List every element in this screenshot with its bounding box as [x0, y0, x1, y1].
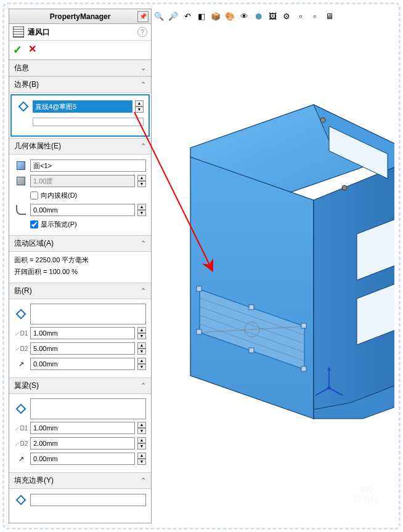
section-flow[interactable]: 流动区域(A) ⌃: [9, 235, 151, 252]
view-orient-icon[interactable]: 📦: [210, 10, 222, 22]
rib-off[interactable]: [30, 358, 135, 370]
feature-header: 通风口 ?: [9, 24, 151, 41]
spinner[interactable]: ▲▼: [137, 342, 146, 355]
rib-select[interactable]: [30, 304, 146, 324]
confirm-row: ✓ ✕: [9, 41, 151, 60]
diamond-icon: [14, 307, 28, 321]
radius-icon: [14, 203, 28, 217]
v3-icon[interactable]: 🖥: [323, 10, 335, 22]
section-boundary[interactable]: 边界(B) ⌃: [9, 76, 151, 93]
svg-point-6: [320, 118, 325, 123]
d1-icon: ⟋D1: [14, 326, 28, 340]
chevron-up-icon: ⌃: [140, 287, 146, 295]
radius-input[interactable]: [30, 204, 135, 216]
prev-view-icon[interactable]: ↶: [181, 10, 193, 22]
flow-open: 开阔面积 = 100.00 %: [14, 266, 146, 278]
fill-select[interactable]: [30, 494, 146, 506]
heads-up-toolbar: 🔍 🔎 ↶ ◧ 📦 🎨 👁 ⬢ 🖼 ⚙ ▫ ▫ 🖥: [153, 9, 335, 23]
panel-scroll[interactable]: 信息 ⌄ 边界(B) ⌃ 直线4@草图5 ▲▼ 几何体属性(E) ⌃: [9, 60, 151, 523]
chevron-up-icon: ⌃: [140, 81, 146, 89]
section-label: 填充边界(Y): [14, 475, 54, 486]
display-style-icon[interactable]: 🎨: [224, 10, 236, 22]
draft-inward-check[interactable]: 向内拔模(D): [30, 190, 146, 201]
watermark: SW 研习社: [344, 474, 388, 517]
diamond-icon: [14, 493, 28, 507]
pushpin-icon[interactable]: 📌: [137, 11, 149, 22]
v2-icon[interactable]: ▫: [309, 10, 321, 22]
svg-marker-2: [190, 157, 314, 419]
apply-scene-icon[interactable]: 🖼: [266, 10, 279, 22]
diamond-icon: [14, 402, 28, 416]
model-svg: [153, 25, 394, 523]
spinner[interactable]: ▲▼: [137, 422, 146, 434]
zoom-area-icon[interactable]: 🔎: [167, 10, 179, 22]
section-label: 边界(B): [14, 79, 39, 90]
section-spar[interactable]: 翼梁(S) ⌃: [9, 377, 151, 394]
view-settings-icon[interactable]: ⚙: [280, 10, 293, 22]
face-input[interactable]: [30, 159, 146, 172]
property-manager-panel: PropertyManager 📌 通风口 ? ✓ ✕ 信息 ⌄ 边界(B) ⌃…: [9, 9, 152, 523]
section-rib[interactable]: 筋(R) ⌃: [9, 283, 151, 299]
vent-icon: [13, 26, 24, 38]
angle-input: [30, 175, 135, 187]
spar-d1[interactable]: [30, 422, 135, 434]
edit-appear-icon[interactable]: ⬢: [252, 10, 264, 22]
svg-rect-17: [197, 286, 202, 291]
chevron-up-icon: ⌃: [140, 240, 146, 248]
svg-rect-21: [249, 305, 254, 310]
chevron-up-icon: ⌃: [140, 142, 146, 150]
graphics-viewport[interactable]: [153, 25, 394, 523]
ok-button[interactable]: ✓: [13, 43, 22, 57]
d2-icon: ⟋D2: [14, 342, 28, 355]
section-label: 信息: [14, 63, 29, 73]
preview-check[interactable]: 显示预览(P): [30, 219, 146, 230]
boundary-selection[interactable]: 直线4@草图5: [33, 100, 132, 113]
panel-title: PropertyManager 📌: [9, 9, 151, 24]
d2-icon: ⟋D2: [14, 437, 28, 450]
draft-icon: [14, 174, 28, 188]
section-label: 流动区域(A): [14, 238, 54, 249]
face-icon: [14, 159, 28, 172]
chevron-down-icon: ⌄: [140, 64, 146, 72]
diamond-icon: [17, 100, 30, 113]
chevron-up-icon: ⌃: [140, 382, 146, 390]
panel-title-text: PropertyManager: [50, 12, 111, 21]
section-label: 翼梁(S): [14, 381, 39, 391]
rib-d1[interactable]: [30, 327, 135, 339]
svg-rect-20: [197, 329, 202, 334]
svg-point-27: [327, 386, 331, 390]
spinner[interactable]: ▲▼: [137, 175, 146, 187]
spar-d2[interactable]: [30, 437, 135, 449]
offset-icon: ↗: [14, 452, 28, 465]
spar-select[interactable]: [30, 398, 146, 419]
svg-rect-19: [301, 366, 306, 371]
section-info[interactable]: 信息 ⌄: [9, 60, 151, 76]
section-label: 几何体属性(E): [14, 141, 61, 151]
zoom-fit-icon[interactable]: 🔍: [153, 10, 165, 22]
spinner[interactable]: ▲▼: [137, 204, 146, 216]
rib-d2[interactable]: [30, 342, 135, 355]
spinner[interactable]: ▲▼: [137, 327, 146, 339]
v1-icon[interactable]: ▫: [295, 10, 307, 22]
offset-icon: ↗: [14, 357, 28, 371]
chevron-up-icon: ⌃: [140, 477, 146, 485]
section-view-icon[interactable]: ◧: [195, 10, 208, 22]
svg-point-7: [342, 185, 347, 190]
svg-rect-22: [249, 348, 254, 353]
spar-off[interactable]: [30, 453, 135, 465]
spinner[interactable]: ▲▼: [137, 437, 146, 449]
spinner[interactable]: ▲▼: [137, 358, 146, 370]
spinner[interactable]: ▲▼: [137, 453, 146, 465]
feature-name: 通风口: [28, 27, 50, 38]
help-icon[interactable]: ?: [137, 27, 147, 37]
section-geometry[interactable]: 几何体属性(E) ⌃: [9, 138, 151, 155]
d1-icon: ⟋D1: [14, 421, 28, 435]
section-fill[interactable]: 填充边界(Y) ⌃: [9, 472, 151, 489]
hide-show-icon[interactable]: 👁: [238, 10, 250, 22]
svg-rect-18: [301, 323, 306, 328]
flow-area: 面积 = 2250.00 平方毫米: [14, 254, 146, 266]
section-label: 筋(R): [14, 286, 32, 296]
cancel-button[interactable]: ✕: [28, 43, 36, 57]
list-nav[interactable]: ▲▼: [135, 100, 144, 113]
